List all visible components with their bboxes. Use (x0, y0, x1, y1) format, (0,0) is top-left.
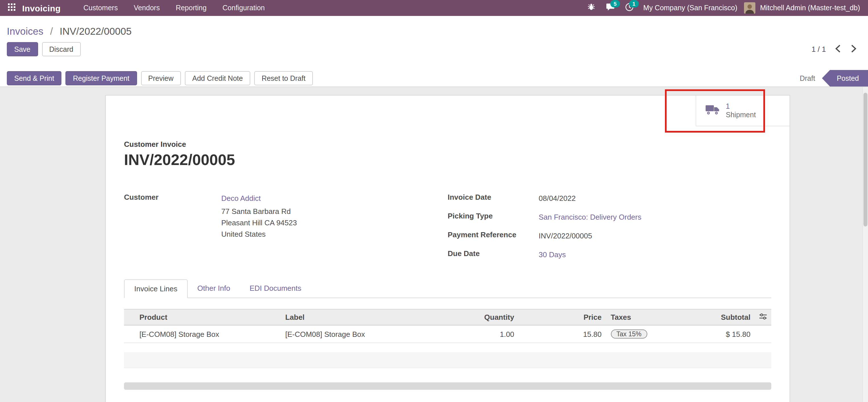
column-subtotal[interactable]: Subtotal (674, 309, 755, 325)
breadcrumb-invoices-link[interactable]: Invoices (7, 26, 43, 37)
debug-button[interactable] (582, 0, 601, 16)
invoice-date-value[interactable]: 08/04/2022 (539, 193, 576, 204)
messages-badge: 5 (610, 0, 620, 7)
action-bar: Send & Print Register Payment Preview Ad… (0, 70, 868, 87)
top-navbar: Invoicing Customers Vendors Reporting Co… (0, 0, 868, 16)
control-panel: Invoices / INV/2022/00005 Save Discard 1… (0, 16, 868, 87)
invoice-sheet: 1 Shipment Customer Invoice INV/2022/000… (105, 95, 790, 402)
pager-previous-button[interactable] (834, 43, 842, 56)
customer-group: Customer Deco Addict 77 Santa Barbara Rd… (124, 193, 448, 268)
discard-button[interactable]: Discard (42, 42, 81, 56)
column-product[interactable]: Product (135, 309, 281, 325)
tab-edi-documents[interactable]: EDI Documents (240, 279, 311, 298)
cell-quantity[interactable]: 1.00 (426, 325, 519, 343)
column-price[interactable]: Price (519, 309, 606, 325)
shipment-count: 1 (726, 102, 756, 111)
due-date-label: Due Date (448, 249, 539, 260)
bug-icon (587, 3, 595, 13)
table-row[interactable]: [E-COM08] Storage Box [E-COM08] Storage … (124, 325, 771, 343)
payment-reference-label: Payment Reference (448, 230, 539, 242)
invoice-date-label: Invoice Date (448, 193, 539, 204)
breadcrumb-current: INV/2022/00005 (60, 26, 132, 37)
page-scrollbar-thumb[interactable] (863, 93, 867, 226)
picking-type-link[interactable]: San Francisco: Delivery Orders (539, 212, 641, 223)
navbar-systray: 5 1 My Company (San Francisco) Mitchell … (582, 0, 865, 16)
cell-product[interactable]: [E-COM08] Storage Box (135, 325, 281, 343)
reset-to-draft-button[interactable]: Reset to Draft (254, 71, 313, 85)
control-panel-buttons: Save Discard 1 / 1 (0, 42, 868, 63)
pager: 1 / 1 (811, 43, 861, 56)
breadcrumb: Invoices / INV/2022/00005 (0, 16, 868, 42)
activities-badge: 1 (629, 0, 639, 7)
activities-menu-button[interactable]: 1 (620, 0, 639, 16)
customer-address-line: 77 Santa Barbara Rd (221, 206, 297, 217)
odoo-window: Invoicing Customers Vendors Reporting Co… (0, 0, 868, 402)
customer-value-block: Deco Addict 77 Santa Barbara Rd Pleasant… (221, 193, 297, 240)
cell-label[interactable]: [E-COM08] Storage Box (281, 325, 426, 343)
apps-menu-button[interactable] (3, 0, 20, 16)
messages-menu-button[interactable]: 5 (601, 0, 620, 16)
menu-reporting[interactable]: Reporting (168, 0, 214, 16)
sliders-icon (760, 313, 767, 321)
status-draft[interactable]: Draft (793, 70, 822, 87)
customer-label: Customer (124, 193, 221, 240)
column-quantity[interactable]: Quantity (426, 309, 519, 325)
invoice-info-group: Invoice Date 08/04/2022 Picking Type San… (448, 193, 771, 268)
pager-counter: 1 / 1 (811, 45, 826, 54)
send-print-button[interactable]: Send & Print (7, 71, 61, 85)
tax-badge[interactable]: Tax 15% (611, 330, 647, 339)
column-handle (124, 309, 135, 325)
preview-button[interactable]: Preview (141, 71, 181, 85)
due-date-link[interactable]: 30 Days (539, 249, 566, 260)
column-taxes[interactable]: Taxes (606, 309, 674, 325)
table-header-row: Product Label Quantity Price Taxes Subto… (124, 309, 771, 325)
pager-next-button[interactable] (850, 43, 858, 56)
cell-subtotal[interactable]: $ 15.80 (674, 325, 755, 343)
app-name[interactable]: Invoicing (22, 3, 61, 13)
cell-spacer (755, 325, 771, 343)
customer-link[interactable]: Deco Addict (221, 194, 261, 203)
breadcrumb-separator: / (50, 26, 53, 37)
form-view-area: 1 Shipment Customer Invoice INV/2022/000… (0, 87, 868, 402)
menu-configuration[interactable]: Configuration (214, 0, 273, 16)
cell-price[interactable]: 15.80 (519, 325, 606, 343)
list-scroll-bar[interactable] (124, 382, 771, 390)
customer-address-line: Pleasant Hill CA 94523 (221, 217, 297, 229)
chevron-left-icon (835, 44, 841, 54)
row-handle[interactable] (124, 325, 135, 343)
shipment-stat-button[interactable]: 1 Shipment (696, 96, 789, 126)
payment-reference-value[interactable]: INV/2022/00005 (539, 230, 592, 242)
cell-taxes[interactable]: Tax 15% (606, 325, 674, 343)
optional-columns-button[interactable] (755, 309, 771, 325)
truck-icon (705, 104, 720, 117)
apps-grid-icon (8, 3, 16, 13)
notebook-tabs: Invoice Lines Other Info EDI Documents (124, 279, 771, 298)
customer-address-line: United States (221, 229, 297, 240)
register-payment-button[interactable]: Register Payment (65, 71, 137, 85)
page-scrollbar-track[interactable] (862, 87, 868, 402)
document-type-label: Customer Invoice (124, 96, 771, 149)
tab-invoice-lines[interactable]: Invoice Lines (124, 279, 188, 298)
shipment-label: Shipment (726, 111, 756, 119)
picking-type-label: Picking Type (448, 212, 539, 223)
company-switcher[interactable]: My Company (San Francisco) (639, 0, 742, 16)
status-posted-active[interactable]: Posted (822, 70, 868, 87)
chevron-right-icon (851, 44, 857, 54)
column-label[interactable]: Label (281, 309, 426, 325)
menu-customers[interactable]: Customers (75, 0, 126, 16)
invoice-number-title: INV/2022/00005 (124, 151, 771, 169)
user-menu[interactable]: Mitchell Admin (Master-test_db) (755, 0, 865, 16)
add-credit-note-button[interactable]: Add Credit Note (185, 71, 250, 85)
invoice-lines-table: Product Label Quantity Price Taxes Subto… (124, 309, 771, 343)
field-groups: Customer Deco Addict 77 Santa Barbara Rd… (124, 193, 771, 268)
menu-vendors[interactable]: Vendors (126, 0, 168, 16)
save-button[interactable]: Save (7, 42, 38, 56)
user-avatar[interactable] (744, 2, 755, 14)
stat-button-text: 1 Shipment (726, 102, 756, 119)
empty-line-stripe (124, 352, 771, 368)
tab-other-info[interactable]: Other Info (188, 279, 240, 298)
statusbar: Draft Posted (793, 70, 868, 87)
